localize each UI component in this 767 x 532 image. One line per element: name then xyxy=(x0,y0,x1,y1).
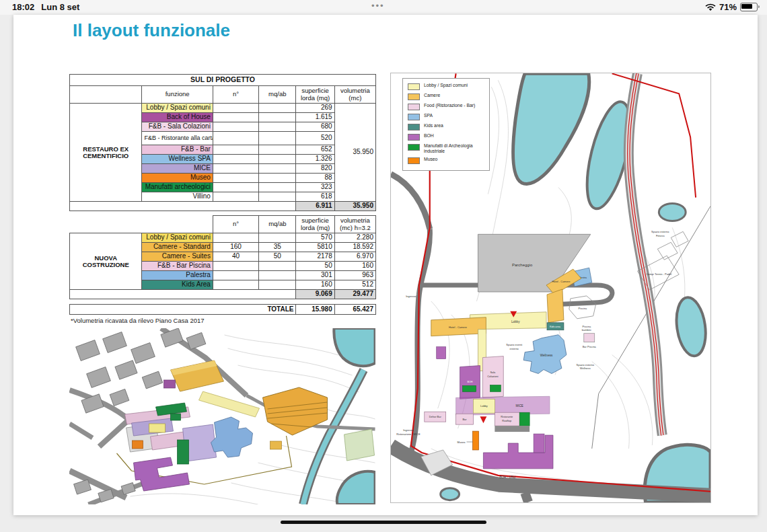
legend-item: Manufatti di Archeologia industriale xyxy=(408,143,486,154)
n-cell: 160 xyxy=(213,243,258,252)
superficie-cell: 160 xyxy=(296,280,334,290)
legend-item: Camere xyxy=(408,93,486,100)
legend-item: SPA xyxy=(408,113,486,120)
table-row: NUOVA COSTRUZIONE Lobby / Spazi comuni 5… xyxy=(70,233,376,243)
function-cell: F&B - Bar xyxy=(142,145,213,155)
superficie-cell: 520 xyxy=(296,132,334,145)
col-n: n° xyxy=(213,216,258,233)
function-cell: F&B - Sala Colazioni xyxy=(142,122,213,132)
col-n: n° xyxy=(213,86,258,104)
total-superficie: 6.911 xyxy=(296,202,334,211)
function-cell: F&B - Bar Piscina xyxy=(142,262,213,271)
svg-text:BOH - Uffici: BOH - Uffici xyxy=(499,476,515,479)
function-cell: Lobby / Spazi comuni xyxy=(142,233,213,243)
legend-swatch xyxy=(408,157,420,164)
svg-text:MICE: MICE xyxy=(515,404,523,408)
status-left: 18:02Lun 8 set xyxy=(12,2,79,12)
building-manufatti xyxy=(519,412,529,426)
superficie-cell: 323 xyxy=(296,183,334,192)
total-superficie: 9.069 xyxy=(296,290,334,299)
home-indicator[interactable] xyxy=(281,521,486,524)
building-museo xyxy=(472,431,478,450)
svg-text:Campi Tennis - Padel: Campi Tennis - Padel xyxy=(646,272,671,276)
page-title: Il layout funzionale xyxy=(73,20,230,41)
svg-text:Spazio esterno: Spazio esterno xyxy=(651,230,669,233)
status-date: Lun 8 set xyxy=(41,2,79,12)
volumetria-cell: 160 xyxy=(334,262,375,271)
function-cell: Villino xyxy=(142,192,213,202)
function-cell: Kids Area xyxy=(142,280,213,290)
svg-text:Spazio esterno: Spazio esterno xyxy=(577,363,595,367)
legend-swatch xyxy=(408,104,420,110)
svg-text:Ristorazione / MICE: Ristorazione / MICE xyxy=(396,432,421,436)
superficie-cell: 652 xyxy=(296,145,334,155)
battery-percent: 71% xyxy=(719,2,737,12)
group-label: NUOVA COSTRUZIONE xyxy=(70,233,142,290)
multitask-dots-icon[interactable]: ••• xyxy=(371,1,385,11)
svg-text:Wellness: Wellness xyxy=(540,354,553,357)
grand-total-volumetria: 65.427 xyxy=(334,305,375,315)
superficie-cell: 1.615 xyxy=(296,113,334,122)
svg-text:Hotel - Camere: Hotel - Camere xyxy=(552,280,571,283)
building-boh-annex xyxy=(534,434,544,453)
volumetria-cell: 2.280 xyxy=(334,233,375,243)
status-bar: 18:02Lun 8 set ••• 71% xyxy=(0,0,767,15)
superficie-cell: 50 xyxy=(296,262,334,271)
function-cell: Lobby / Spazi comuni xyxy=(142,104,213,113)
superficie-cell: 2178 xyxy=(296,252,334,262)
legend-item: Food (Ristorazione - Bar) xyxy=(408,103,486,110)
battery-icon xyxy=(740,3,758,11)
building-camere-strip xyxy=(547,289,564,323)
total-volumetria: 29.477 xyxy=(334,290,375,299)
function-cell: Manufatti archeologici xyxy=(142,183,213,192)
superficie-cell: 680 xyxy=(296,122,334,132)
volumetria-merged-cell: 35.950 xyxy=(334,104,375,202)
col-volumetria: volumetria (mc) xyxy=(334,86,375,104)
function-cell: Wellness SPA xyxy=(142,155,213,164)
table-sul-di-progetto: SUL DI PROGETTO funzione n° mq/ab superf… xyxy=(69,74,376,211)
legend-swatch xyxy=(408,134,420,141)
superficie-cell: 269 xyxy=(296,104,334,113)
legend-item: Lobby / Spazi comuni xyxy=(408,83,486,90)
svg-text:Kids area: Kids area xyxy=(550,326,561,328)
svg-text:BOH: BOH xyxy=(467,381,472,383)
map-legend: Lobby / Spazi comuni Camere Food (Ristor… xyxy=(402,78,490,171)
label-parcheggio: Parcheggio xyxy=(512,263,533,267)
col-mqab: mq/ab xyxy=(259,216,296,233)
total-volumetria: 35.950 xyxy=(334,202,375,211)
totals-row: 9.06929.477 xyxy=(70,290,376,299)
footnote: *Volumetria ricavata da rilevo Piano Cas… xyxy=(71,317,205,324)
svg-text:Sala: Sala xyxy=(490,371,496,374)
grand-total-table: TOTALE 15.980 65.427 xyxy=(69,304,376,315)
svg-text:Dehor Bar: Dehor Bar xyxy=(429,415,442,418)
volumetria-cell: 18.592 xyxy=(334,243,375,252)
svg-text:Rooftop: Rooftop xyxy=(502,419,512,422)
svg-text:Ingresso: Ingresso xyxy=(406,295,416,298)
svg-text:Museo: Museo xyxy=(458,441,466,444)
svg-text:Wellness: Wellness xyxy=(580,367,591,370)
svg-text:Piscina: Piscina xyxy=(578,307,587,310)
legend-item: Museo xyxy=(408,157,486,164)
superficie-cell: 1.326 xyxy=(296,155,334,164)
function-cell: Camere - Standard xyxy=(142,243,213,252)
building-manufatti xyxy=(490,385,501,391)
legend-swatch xyxy=(408,144,420,151)
clock: 18:02 xyxy=(12,2,34,12)
function-cell: Back of House xyxy=(142,113,213,122)
ipad-screen: 18:02Lun 8 set ••• 71% Il layout funzion… xyxy=(0,0,767,532)
svg-text:Ristorante: Ristorante xyxy=(501,415,513,418)
legend-swatch xyxy=(408,83,420,90)
building-manufatti xyxy=(463,385,476,391)
svg-text:Lobby: Lobby xyxy=(511,320,520,324)
axonometric-svg xyxy=(69,328,375,504)
legend-item: BOH xyxy=(408,133,486,141)
n-cell: 40 xyxy=(213,252,258,262)
superficie-cell: 88 xyxy=(296,174,334,183)
svg-text:Bar Piscina: Bar Piscina xyxy=(583,345,597,348)
legend-swatch xyxy=(408,124,420,130)
building-terrace-base xyxy=(495,426,529,432)
table1-title: SUL DI PROGETTO xyxy=(70,75,376,86)
superficie-cell: 5810 xyxy=(296,243,334,252)
superficie-cell: 820 xyxy=(296,164,334,174)
grand-total-label: TOTALE xyxy=(70,305,296,315)
